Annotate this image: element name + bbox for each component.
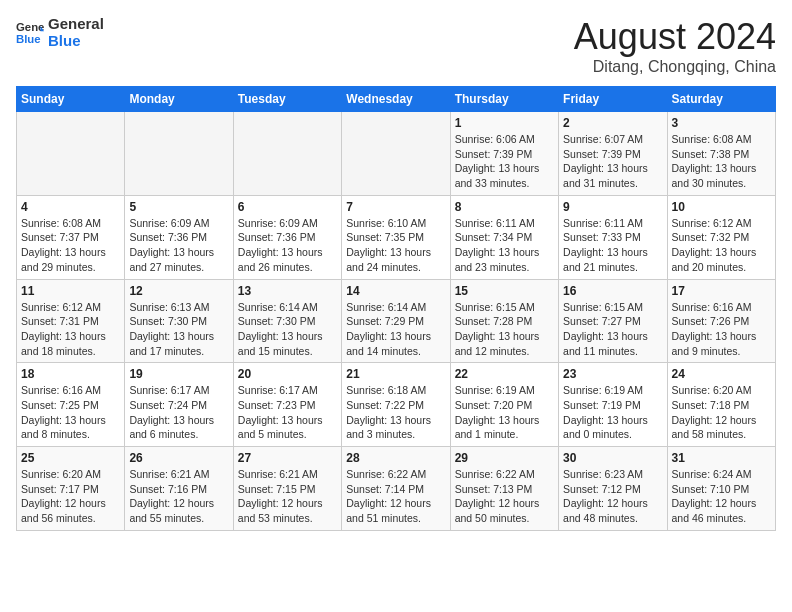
weekday-header-monday: Monday <box>125 87 233 112</box>
day-number: 4 <box>21 200 120 214</box>
calendar-cell: 6Sunrise: 6:09 AM Sunset: 7:36 PM Daylig… <box>233 195 341 279</box>
day-number: 20 <box>238 367 337 381</box>
calendar-cell: 27Sunrise: 6:21 AM Sunset: 7:15 PM Dayli… <box>233 447 341 531</box>
day-number: 16 <box>563 284 662 298</box>
calendar-cell: 1Sunrise: 6:06 AM Sunset: 7:39 PM Daylig… <box>450 112 558 196</box>
day-number: 2 <box>563 116 662 130</box>
calendar-cell: 12Sunrise: 6:13 AM Sunset: 7:30 PM Dayli… <box>125 279 233 363</box>
day-number: 31 <box>672 451 771 465</box>
logo-general: General <box>48 16 104 33</box>
day-info: Sunrise: 6:16 AM Sunset: 7:25 PM Dayligh… <box>21 383 120 442</box>
calendar-table: SundayMondayTuesdayWednesdayThursdayFrid… <box>16 86 776 531</box>
calendar-cell: 18Sunrise: 6:16 AM Sunset: 7:25 PM Dayli… <box>17 363 125 447</box>
day-info: Sunrise: 6:21 AM Sunset: 7:16 PM Dayligh… <box>129 467 228 526</box>
day-info: Sunrise: 6:24 AM Sunset: 7:10 PM Dayligh… <box>672 467 771 526</box>
calendar-cell: 13Sunrise: 6:14 AM Sunset: 7:30 PM Dayli… <box>233 279 341 363</box>
day-number: 28 <box>346 451 445 465</box>
calendar-cell: 25Sunrise: 6:20 AM Sunset: 7:17 PM Dayli… <box>17 447 125 531</box>
day-number: 12 <box>129 284 228 298</box>
day-number: 1 <box>455 116 554 130</box>
calendar-cell: 17Sunrise: 6:16 AM Sunset: 7:26 PM Dayli… <box>667 279 775 363</box>
svg-text:Blue: Blue <box>16 32 41 44</box>
day-info: Sunrise: 6:18 AM Sunset: 7:22 PM Dayligh… <box>346 383 445 442</box>
title-block: August 2024 Ditang, Chongqing, China <box>574 16 776 76</box>
calendar-cell <box>17 112 125 196</box>
day-number: 30 <box>563 451 662 465</box>
day-number: 13 <box>238 284 337 298</box>
calendar-cell <box>233 112 341 196</box>
day-number: 14 <box>346 284 445 298</box>
day-info: Sunrise: 6:17 AM Sunset: 7:23 PM Dayligh… <box>238 383 337 442</box>
day-info: Sunrise: 6:14 AM Sunset: 7:30 PM Dayligh… <box>238 300 337 359</box>
logo: General Blue General Blue <box>16 16 104 49</box>
calendar-cell: 23Sunrise: 6:19 AM Sunset: 7:19 PM Dayli… <box>559 363 667 447</box>
day-number: 3 <box>672 116 771 130</box>
day-number: 25 <box>21 451 120 465</box>
day-number: 10 <box>672 200 771 214</box>
day-info: Sunrise: 6:06 AM Sunset: 7:39 PM Dayligh… <box>455 132 554 191</box>
calendar-cell: 11Sunrise: 6:12 AM Sunset: 7:31 PM Dayli… <box>17 279 125 363</box>
day-number: 21 <box>346 367 445 381</box>
location-subtitle: Ditang, Chongqing, China <box>574 58 776 76</box>
calendar-cell: 22Sunrise: 6:19 AM Sunset: 7:20 PM Dayli… <box>450 363 558 447</box>
day-info: Sunrise: 6:23 AM Sunset: 7:12 PM Dayligh… <box>563 467 662 526</box>
day-info: Sunrise: 6:19 AM Sunset: 7:20 PM Dayligh… <box>455 383 554 442</box>
weekday-header-friday: Friday <box>559 87 667 112</box>
day-number: 22 <box>455 367 554 381</box>
calendar-cell: 16Sunrise: 6:15 AM Sunset: 7:27 PM Dayli… <box>559 279 667 363</box>
day-number: 29 <box>455 451 554 465</box>
day-info: Sunrise: 6:09 AM Sunset: 7:36 PM Dayligh… <box>238 216 337 275</box>
calendar-cell: 8Sunrise: 6:11 AM Sunset: 7:34 PM Daylig… <box>450 195 558 279</box>
calendar-cell: 3Sunrise: 6:08 AM Sunset: 7:38 PM Daylig… <box>667 112 775 196</box>
day-info: Sunrise: 6:15 AM Sunset: 7:27 PM Dayligh… <box>563 300 662 359</box>
day-info: Sunrise: 6:11 AM Sunset: 7:34 PM Dayligh… <box>455 216 554 275</box>
week-row-4: 18Sunrise: 6:16 AM Sunset: 7:25 PM Dayli… <box>17 363 776 447</box>
day-number: 18 <box>21 367 120 381</box>
weekday-header-sunday: Sunday <box>17 87 125 112</box>
day-number: 6 <box>238 200 337 214</box>
day-info: Sunrise: 6:07 AM Sunset: 7:39 PM Dayligh… <box>563 132 662 191</box>
weekday-header-wednesday: Wednesday <box>342 87 450 112</box>
day-info: Sunrise: 6:11 AM Sunset: 7:33 PM Dayligh… <box>563 216 662 275</box>
day-info: Sunrise: 6:12 AM Sunset: 7:32 PM Dayligh… <box>672 216 771 275</box>
day-info: Sunrise: 6:20 AM Sunset: 7:17 PM Dayligh… <box>21 467 120 526</box>
day-info: Sunrise: 6:14 AM Sunset: 7:29 PM Dayligh… <box>346 300 445 359</box>
week-row-2: 4Sunrise: 6:08 AM Sunset: 7:37 PM Daylig… <box>17 195 776 279</box>
calendar-cell: 9Sunrise: 6:11 AM Sunset: 7:33 PM Daylig… <box>559 195 667 279</box>
calendar-cell: 4Sunrise: 6:08 AM Sunset: 7:37 PM Daylig… <box>17 195 125 279</box>
day-number: 8 <box>455 200 554 214</box>
weekday-header-tuesday: Tuesday <box>233 87 341 112</box>
day-number: 19 <box>129 367 228 381</box>
calendar-cell <box>342 112 450 196</box>
page-header: General Blue General Blue August 2024 Di… <box>16 16 776 76</box>
logo-blue: Blue <box>48 33 104 50</box>
day-number: 7 <box>346 200 445 214</box>
calendar-cell: 30Sunrise: 6:23 AM Sunset: 7:12 PM Dayli… <box>559 447 667 531</box>
calendar-cell: 7Sunrise: 6:10 AM Sunset: 7:35 PM Daylig… <box>342 195 450 279</box>
day-number: 5 <box>129 200 228 214</box>
day-info: Sunrise: 6:22 AM Sunset: 7:14 PM Dayligh… <box>346 467 445 526</box>
day-number: 9 <box>563 200 662 214</box>
day-info: Sunrise: 6:16 AM Sunset: 7:26 PM Dayligh… <box>672 300 771 359</box>
calendar-cell: 24Sunrise: 6:20 AM Sunset: 7:18 PM Dayli… <box>667 363 775 447</box>
svg-text:General: General <box>16 21 44 33</box>
day-number: 24 <box>672 367 771 381</box>
weekday-header-saturday: Saturday <box>667 87 775 112</box>
day-info: Sunrise: 6:13 AM Sunset: 7:30 PM Dayligh… <box>129 300 228 359</box>
calendar-cell: 31Sunrise: 6:24 AM Sunset: 7:10 PM Dayli… <box>667 447 775 531</box>
week-row-3: 11Sunrise: 6:12 AM Sunset: 7:31 PM Dayli… <box>17 279 776 363</box>
day-info: Sunrise: 6:09 AM Sunset: 7:36 PM Dayligh… <box>129 216 228 275</box>
calendar-header: SundayMondayTuesdayWednesdayThursdayFrid… <box>17 87 776 112</box>
week-row-5: 25Sunrise: 6:20 AM Sunset: 7:17 PM Dayli… <box>17 447 776 531</box>
calendar-cell: 26Sunrise: 6:21 AM Sunset: 7:16 PM Dayli… <box>125 447 233 531</box>
calendar-cell: 15Sunrise: 6:15 AM Sunset: 7:28 PM Dayli… <box>450 279 558 363</box>
calendar-cell: 20Sunrise: 6:17 AM Sunset: 7:23 PM Dayli… <box>233 363 341 447</box>
weekday-header-thursday: Thursday <box>450 87 558 112</box>
month-year-title: August 2024 <box>574 16 776 58</box>
calendar-cell: 21Sunrise: 6:18 AM Sunset: 7:22 PM Dayli… <box>342 363 450 447</box>
day-number: 11 <box>21 284 120 298</box>
day-info: Sunrise: 6:22 AM Sunset: 7:13 PM Dayligh… <box>455 467 554 526</box>
calendar-cell <box>125 112 233 196</box>
calendar-cell: 14Sunrise: 6:14 AM Sunset: 7:29 PM Dayli… <box>342 279 450 363</box>
day-info: Sunrise: 6:19 AM Sunset: 7:19 PM Dayligh… <box>563 383 662 442</box>
